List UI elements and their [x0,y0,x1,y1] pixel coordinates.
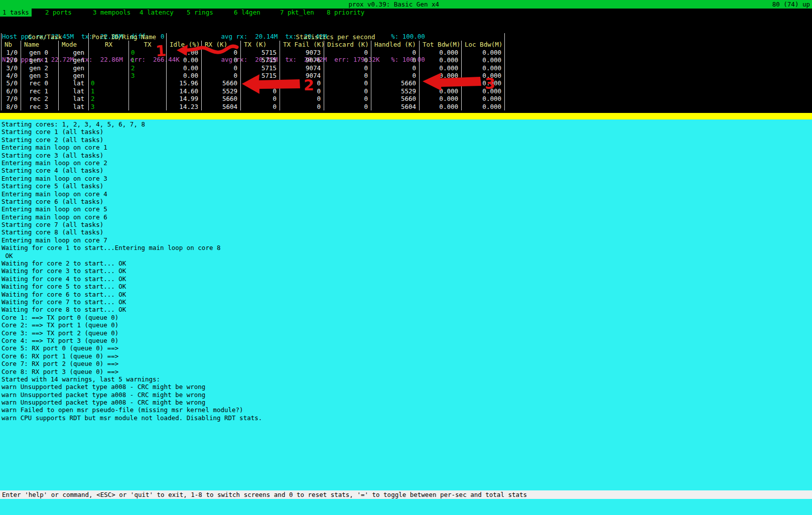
log-line: Starting core 8 (all tasks) [0,228,812,236]
log-line: warn Unsupported packet type a008 - CRC … [0,391,812,399]
cell-loc-bdw: 0.000 [461,87,504,95]
cell-tx-fail-k: 9074 [280,64,324,72]
cell-idle: 14.99 [166,95,201,102]
cell-tot-bdw: 0.000 [419,87,461,95]
cell-name: rec 0 [21,79,58,87]
group-header-core-task: Core/Task [2,33,88,41]
cell-loc-bdw: 0.000 [461,72,504,79]
cell-nb: 5/0 [2,79,21,87]
log-line: Starting core 7 (all tasks) [0,221,812,228]
tab-2-ports[interactable]: 2 ports [43,9,74,17]
cell-discard-k: 0 [324,87,371,95]
log-line: Starting core 3 (all tasks) [0,152,812,159]
cell-idle: 0.00 [166,64,201,72]
cell-rx-k: 5604 [201,103,240,110]
cell-discard-k: 0 [324,79,371,87]
log-line: Entering main loop on core 5 [0,205,812,213]
cell-rx-k: 0 [201,72,240,79]
tab-4-latency[interactable]: 4 latency [137,9,176,17]
log-line: Waiting for core 6 to start... OK [0,291,812,298]
cell-tx-k: 0 [240,95,280,102]
cell-loc-bdw: 0.000 [461,103,504,110]
table-row: 5/0rec 0lat015.96566000056600.0000.000 [2,79,504,87]
cell-handled-k: 0 [371,49,419,56]
cell-rx-k: 5660 [201,79,240,87]
cell-rx-k: 5660 [201,95,240,102]
group-header-statistics-per-second: Statistics per second [166,33,504,41]
cell-tx-port: 1 [128,56,166,64]
tab-bar: 1 tasks2 ports3 mempools4 latency5 rings… [0,9,812,17]
cell-idle: 14.60 [166,87,201,95]
cell-tx-port [128,103,166,110]
cell-tx-k: 5715 [240,49,280,56]
log-line: Entering main loop on core 4 [0,190,812,198]
table-row: 7/0rec 2lat214.99566000056600.0000.000 [2,95,504,102]
cell-mode: lat [58,79,88,87]
bottom-strip [0,499,812,515]
cell-rx-port: 2 [88,95,128,102]
cell-rx-k: 0 [201,49,240,56]
cell-tot-bdw: 0.000 [419,95,461,102]
cell-handled-k: 5660 [371,79,419,87]
log-line: Started with 14 warnings, last 5 warning… [0,375,812,383]
cell-tot-bdw: 0.000 [419,49,461,56]
cell-nb: 1/0 [2,49,21,56]
log-line: warn Unsupported packet type a008 - CRC … [0,399,812,406]
cell-idle: 15.96 [166,79,201,87]
log-line: Entering main loop on core 6 [0,213,812,221]
cell-loc-bdw: 0.000 [461,79,504,87]
cell-nb: 6/0 [2,87,21,95]
cell-nb: 7/0 [2,95,21,102]
col-header-rx-k: RX (K) [201,41,240,48]
cell-discard-k: 0 [324,95,371,102]
cell-rx-port [88,72,128,79]
tab-1-tasks[interactable]: 1 tasks [0,9,32,17]
cell-mode: lat [58,87,88,95]
cell-mode: gen [58,49,88,56]
cell-tx-port [128,79,166,87]
tab-8-priority[interactable]: 8 priority [324,9,367,17]
log-line: Entering main loop on core 1 [0,144,812,151]
log-line: warn CPU supports RDT but msr module not… [0,414,812,422]
log-output: Starting cores: 1, 2, 3, 4, 5, 6, 7, 8St… [0,119,812,490]
log-line: Core 7: RX port 2 (queue 0) ==> [0,360,812,367]
tab-5-rings[interactable]: 5 rings [184,9,216,17]
cell-name: gen 2 [21,64,58,72]
tab-3-mempools[interactable]: 3 mempools [90,9,133,17]
col-header-idle: Idle (%) [166,41,201,48]
cell-name: gen 1 [21,56,58,64]
log-line: OK [0,252,812,260]
cell-rx-port: 0 [88,79,128,87]
cell-tx-k: 0 [240,87,280,95]
cell-rx-port [88,56,128,64]
log-line: Core 4: ==> TX port 3 (queue 0) [0,337,812,344]
log-line: Waiting for core 7 to start... OK [0,298,812,306]
cell-nb: 4/0 [2,72,21,79]
divider-bar [0,113,812,119]
cell-mode: lat [58,103,88,110]
cell-handled-k: 0 [371,56,419,64]
cell-loc-bdw: 0.000 [461,49,504,56]
cell-tot-bdw: 0.000 [419,72,461,79]
table-column-header-row: NbNameModeRXTXIdle (%)RX (K)TX (K)TX Fai… [2,41,504,48]
app-title: prox v0.39: Basic Gen x4 [348,1,439,8]
cell-handled-k: 0 [371,72,419,79]
log-line: warn Unsupported packet type a008 - CRC … [0,383,812,391]
cell-idle: 0.00 [166,72,201,79]
table-row: 1/0gen 0gen00.00057159073000.0000.000 [2,49,504,56]
cell-handled-k: 5529 [371,87,419,95]
cell-name: gen 0 [21,49,58,56]
command-status-bar[interactable]: Enter 'help' or command, <ESC> or 'quit'… [0,490,812,499]
tab-7-pkt_len[interactable]: 7 pkt_len [278,9,317,17]
log-line: Entering main loop on core 7 [0,236,812,244]
cell-name: rec 2 [21,95,58,102]
cell-nb: 3/0 [2,64,21,72]
cell-handled-k: 0 [371,64,419,72]
log-line: Core 5: RX port 0 (queue 0) ==> [0,344,812,352]
table-row: 4/0gen 3gen30.00057159074000.0000.000 [2,72,504,79]
cell-discard-k: 0 [324,49,371,56]
log-line: Starting core 5 (all tasks) [0,182,812,190]
tab-6-l4gen[interactable]: 6 l4gen [231,9,263,17]
log-line: Entering main loop on core 3 [0,175,812,182]
cell-tx-k: 0 [240,79,280,87]
